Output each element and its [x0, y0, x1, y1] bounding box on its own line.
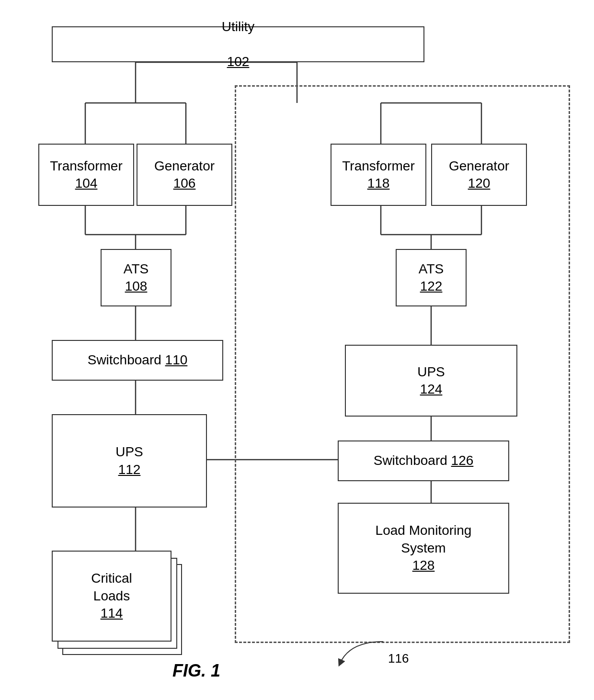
utility-box: Utility 102: [52, 26, 424, 62]
switchboard1-box: Switchboard 110: [52, 340, 223, 381]
system116-label: 116: [388, 651, 409, 666]
switchboard2-box: Switchboard 126: [338, 440, 509, 481]
generator2-box: Generator 120: [431, 144, 527, 206]
generator1-box: Generator 106: [137, 144, 232, 206]
transformer1-box: Transformer 104: [38, 144, 134, 206]
ups2-box: UPS 124: [345, 345, 517, 417]
ups1-box: UPS 112: [52, 414, 207, 508]
ats2-box: ATS 122: [396, 249, 467, 306]
ats1-box: ATS 108: [101, 249, 171, 306]
loadmonitoring-box: Load MonitoringSystem 128: [338, 503, 509, 594]
figure-label: FIG. 1: [172, 661, 220, 681]
transformer2-box: Transformer 118: [331, 144, 426, 206]
diagram-container: Utility 102 Transformer 104 Generator 10…: [0, 0, 594, 700]
critical-loads-box: CriticalLoads 114: [52, 551, 171, 642]
